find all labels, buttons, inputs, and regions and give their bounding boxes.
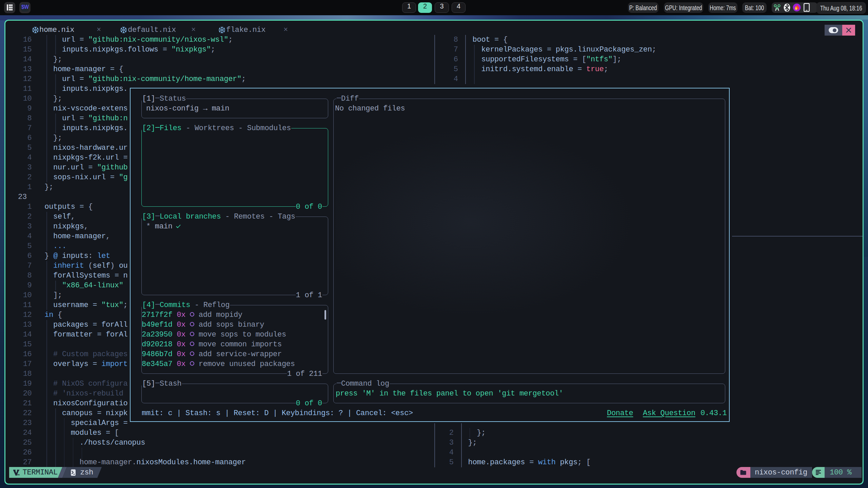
svg-text:im: im <box>17 473 20 476</box>
